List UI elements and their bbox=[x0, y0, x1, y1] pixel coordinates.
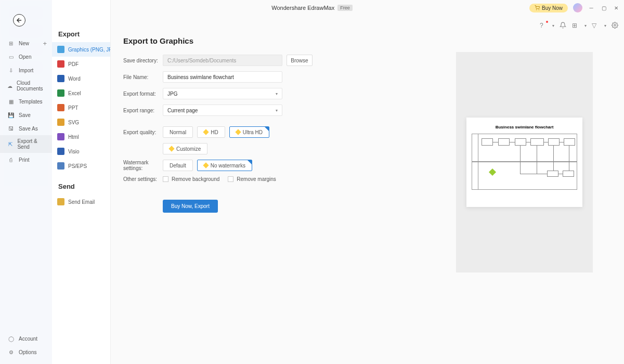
file-type-icon bbox=[57, 133, 64, 140]
export-type-item[interactable]: PPT bbox=[52, 100, 110, 115]
export-type-item[interactable]: Excel bbox=[52, 86, 110, 100]
quality-ultra[interactable]: Ultra HD bbox=[229, 126, 269, 138]
export-type-item[interactable]: SVG bbox=[52, 115, 110, 129]
send-header: Send bbox=[52, 173, 110, 194]
watermark-none[interactable]: No watermarks bbox=[197, 160, 252, 171]
sidebar-item-templates[interactable]: ▦ Templates bbox=[0, 95, 52, 108]
file-type-icon bbox=[57, 46, 64, 53]
send-item[interactable]: Send Email bbox=[52, 194, 110, 209]
plus-icon[interactable]: + bbox=[43, 40, 47, 47]
minimize-button[interactable]: ─ bbox=[588, 4, 595, 11]
sidebar-item-saveas[interactable]: 🖫 Save As bbox=[0, 122, 52, 135]
folder-icon: ▭ bbox=[7, 53, 15, 60]
chevron-down-icon: ▾ bbox=[584, 23, 587, 28]
templates-icon: ▦ bbox=[7, 98, 15, 105]
quality-normal[interactable]: Normal bbox=[163, 126, 193, 138]
export-button[interactable]: Buy Now, Export bbox=[163, 200, 218, 213]
chevron-down-icon: ▾ bbox=[276, 92, 278, 96]
export-icon: ⇱ bbox=[7, 140, 13, 148]
quality-customize[interactable]: Customize bbox=[163, 143, 207, 154]
file-type-icon bbox=[57, 60, 64, 68]
sidebar-label: Account bbox=[19, 336, 37, 342]
diamond-icon bbox=[203, 129, 209, 135]
watermark-label: Watermark settings: bbox=[123, 160, 163, 171]
format-value: JPG bbox=[167, 91, 177, 97]
pill-label: Default bbox=[170, 163, 186, 168]
export-type-label: PPT bbox=[68, 105, 78, 111]
checkbox-icon bbox=[163, 176, 168, 182]
filter-icon[interactable]: ▽ bbox=[592, 22, 599, 29]
preview-title: Business swimlane flowchart bbox=[472, 125, 577, 129]
filename-label: File Name: bbox=[123, 74, 163, 80]
account-icon: ◯ bbox=[7, 335, 15, 342]
sidebar-label: Options bbox=[19, 349, 36, 355]
range-select[interactable]: Current page ▾ bbox=[163, 105, 282, 116]
quality-label: Export quality: bbox=[123, 129, 163, 135]
watermark-default[interactable]: Default bbox=[163, 160, 193, 171]
gear-icon[interactable] bbox=[612, 22, 619, 29]
export-type-item[interactable]: Word bbox=[52, 71, 110, 86]
preview-pane: Business swimlane flowchart bbox=[456, 52, 593, 272]
sidebar-label: Save As bbox=[19, 126, 38, 132]
main-panel: Export to Graphics Save directory: C:/Us… bbox=[111, 0, 624, 364]
browse-button[interactable]: Browse bbox=[287, 55, 313, 66]
back-button[interactable] bbox=[13, 14, 25, 27]
help-icon[interactable]: ? bbox=[540, 22, 547, 29]
diamond-icon bbox=[168, 146, 174, 151]
file-type-icon bbox=[57, 162, 64, 170]
checkbox-icon bbox=[228, 176, 233, 182]
remove-bg-checkbox[interactable]: Remove background bbox=[163, 176, 219, 182]
avatar[interactable] bbox=[573, 3, 582, 12]
sidebar-item-print[interactable]: ⎙ Print bbox=[0, 153, 52, 166]
export-type-label: Graphics (PNG, JPG e... bbox=[68, 47, 110, 53]
file-type-icon bbox=[57, 75, 64, 82]
checkbox-label: Remove background bbox=[172, 176, 219, 182]
email-icon bbox=[57, 198, 64, 205]
save-icon: 💾 bbox=[7, 111, 15, 119]
arrow-left-icon bbox=[16, 17, 23, 24]
pill-label: Customize bbox=[176, 146, 201, 152]
cloud-icon: ☁ bbox=[7, 82, 12, 89]
saveas-icon: 🖫 bbox=[7, 125, 15, 132]
page-title: Export to Graphics bbox=[123, 36, 612, 45]
export-type-item[interactable]: Html bbox=[52, 129, 110, 144]
top-toolbar: ? ▾ ⊞ ▾ ▽ ▾ bbox=[540, 22, 619, 29]
pill-label: HD bbox=[211, 129, 218, 135]
free-badge: Free bbox=[337, 5, 353, 11]
grid-icon[interactable]: ⊞ bbox=[572, 22, 579, 29]
export-type-item[interactable]: PDF bbox=[52, 57, 110, 71]
export-type-panel: Export Graphics (PNG, JPG e...PDFWordExc… bbox=[52, 0, 111, 364]
sidebar-item-open[interactable]: ▭ Open bbox=[0, 50, 52, 63]
sidebar-label: Templates bbox=[19, 99, 43, 105]
remove-margins-checkbox[interactable]: Remove margins bbox=[228, 176, 276, 182]
sidebar-item-new[interactable]: ⊞ New + bbox=[0, 36, 52, 50]
pill-label: Normal bbox=[170, 129, 186, 135]
sidebar-item-account[interactable]: ◯ Account bbox=[0, 332, 52, 345]
maximize-button[interactable]: ▢ bbox=[600, 4, 607, 11]
export-type-label: PS/EPS bbox=[68, 163, 87, 169]
svg-point-2 bbox=[614, 24, 616, 26]
chevron-down-icon: ▾ bbox=[276, 108, 278, 113]
sidebar-item-cloud[interactable]: ☁ Cloud Documents bbox=[0, 77, 52, 95]
bell-icon[interactable] bbox=[560, 22, 567, 29]
export-type-item[interactable]: Graphics (PNG, JPG e... bbox=[52, 42, 110, 57]
save-dir-field[interactable]: C:/Users/Somdeb/Documents bbox=[163, 55, 282, 66]
export-type-item[interactable]: Visio bbox=[52, 144, 110, 159]
sidebar-item-export[interactable]: ⇱ Export & Send bbox=[0, 135, 52, 153]
other-label: Other settings: bbox=[123, 176, 163, 182]
quality-hd[interactable]: HD bbox=[197, 126, 225, 138]
format-label: Export format: bbox=[123, 91, 163, 97]
buy-now-button[interactable]: Buy Now bbox=[529, 4, 568, 12]
export-type-item[interactable]: PS/EPS bbox=[52, 159, 110, 173]
app-title: Wondershare EdrawMax bbox=[271, 5, 334, 11]
file-type-icon bbox=[57, 119, 64, 126]
filename-input[interactable]: Business swimlane flowchart bbox=[163, 71, 282, 83]
sidebar-item-save[interactable]: 💾 Save bbox=[0, 108, 52, 122]
save-dir-label: Save directory: bbox=[123, 58, 163, 63]
sidebar-label: Open bbox=[19, 54, 31, 60]
chevron-down-icon: ▾ bbox=[552, 23, 554, 28]
sidebar-item-options[interactable]: ⚙ Options bbox=[0, 345, 52, 359]
format-select[interactable]: JPG ▾ bbox=[163, 88, 282, 99]
close-button[interactable]: ✕ bbox=[613, 4, 620, 11]
sidebar-item-import[interactable]: ⇩ Import bbox=[0, 63, 52, 77]
